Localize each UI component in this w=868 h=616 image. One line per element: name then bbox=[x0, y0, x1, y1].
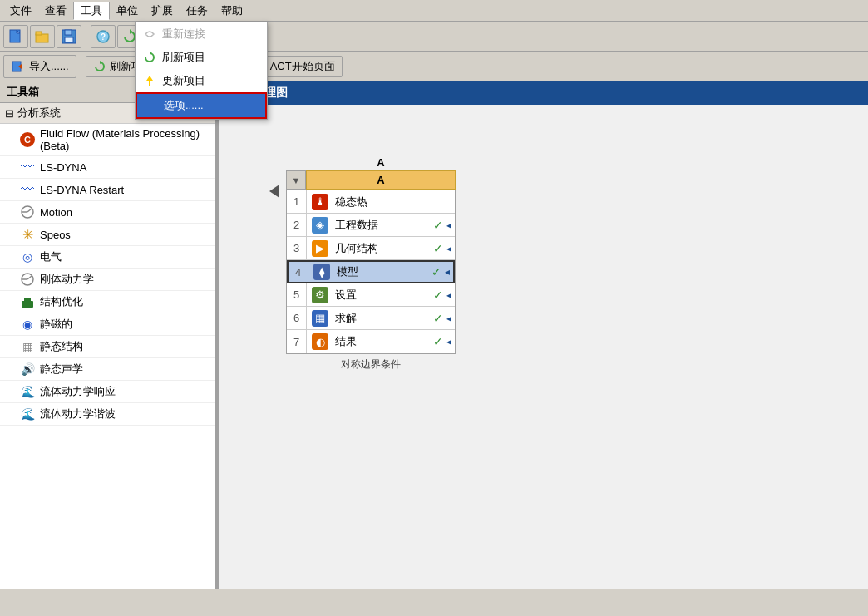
expand-icon: ⊟ bbox=[5, 107, 14, 120]
svg-marker-9 bbox=[130, 29, 132, 34]
dropdown-refresh[interactable]: 刷新项目 bbox=[136, 46, 267, 69]
toolbox-item-struct-opt[interactable]: 结构优化 bbox=[0, 291, 215, 313]
row-label-2: 工程数据 bbox=[333, 218, 433, 233]
row-arrow-6: ◂ bbox=[446, 313, 451, 324]
static-struct-icon: ▦ bbox=[20, 339, 35, 354]
block-caption: 对称边界条件 bbox=[286, 357, 456, 372]
row-check-2: ✓ bbox=[433, 219, 443, 232]
open-btn[interactable] bbox=[30, 25, 55, 48]
row-icon-1: 🌡 bbox=[310, 192, 330, 212]
row-arrow-7: ◂ bbox=[446, 336, 451, 347]
block-row-6[interactable]: 6 ▦ 求解 ✓ ◂ bbox=[287, 307, 455, 330]
static-struct-label: 静态结构 bbox=[40, 339, 83, 354]
sep1 bbox=[86, 27, 86, 47]
import-button[interactable]: 导入...... bbox=[3, 55, 76, 78]
row-label-4: 模型 bbox=[335, 264, 432, 279]
toolbox-item-ls-dyna-restart[interactable]: 〰 LS-DYNA Restart bbox=[0, 179, 215, 201]
block-row-3[interactable]: 3 ▶ 几何结构 ✓ ◂ bbox=[287, 237, 455, 260]
row-icon-7: ◐ bbox=[310, 332, 330, 352]
options-icon bbox=[144, 98, 159, 113]
block-row-7[interactable]: 7 ◐ 结果 ✓ ◂ bbox=[287, 330, 455, 353]
static-mag-icon: ◉ bbox=[20, 317, 35, 332]
row-check-3: ✓ bbox=[433, 242, 443, 255]
svg-rect-32 bbox=[24, 298, 31, 302]
project-title-bar: 项目原理图 bbox=[219, 81, 868, 105]
rigid-body-label: 刚体动力学 bbox=[40, 272, 94, 287]
toolbox-item-speos[interactable]: ✳ Speos bbox=[0, 224, 215, 246]
static-acoustics-icon: 🔊 bbox=[20, 362, 35, 377]
block-row-5[interactable]: 5 ⚙ 设置 ✓ ◂ bbox=[287, 283, 455, 307]
update-label: 更新项目 bbox=[162, 73, 205, 88]
row-num-5: 5 bbox=[287, 283, 307, 306]
dropdown-reconnect[interactable]: 重新连接 bbox=[136, 22, 267, 46]
project-canvas: A ▼ A 1 🌡 稳态热 bbox=[219, 105, 868, 589]
sep3 bbox=[81, 57, 81, 76]
row-label-3: 几何结构 bbox=[333, 241, 433, 256]
reconnect-label: 重新连接 bbox=[162, 27, 205, 42]
toolbox-item-static-mag[interactable]: ◉ 静磁的 bbox=[0, 313, 215, 336]
menu-help[interactable]: 帮助 bbox=[215, 2, 249, 20]
dropdown-options[interactable]: 选项...... bbox=[136, 92, 267, 119]
struct-opt-icon bbox=[20, 294, 35, 309]
toolbox-item-motion[interactable]: Motion bbox=[0, 201, 215, 224]
fluid-dynamic-icon: 🌊 bbox=[20, 384, 35, 399]
menu-view[interactable]: 查看 bbox=[38, 2, 73, 20]
menu-tasks[interactable]: 任务 bbox=[180, 2, 215, 20]
toolbar-row1: ? A bbox=[0, 22, 868, 52]
update-icon bbox=[142, 73, 157, 88]
block-row-2[interactable]: 2 ◈ 工程数据 ✓ ◂ bbox=[287, 214, 455, 237]
menu-units[interactable]: 单位 bbox=[110, 2, 145, 20]
save-btn[interactable] bbox=[57, 25, 81, 48]
ls-dyna-icon: 〰 bbox=[20, 160, 35, 175]
row-label-5: 设置 bbox=[333, 288, 433, 303]
row-label-6: 求解 bbox=[333, 311, 433, 326]
struct-opt-label: 结构优化 bbox=[40, 294, 83, 309]
toolbox-item-rigid-body[interactable]: 刚体动力学 bbox=[0, 269, 215, 291]
svg-rect-3 bbox=[36, 32, 42, 35]
static-mag-label: 静磁的 bbox=[40, 317, 72, 332]
refresh-label: 刷新项目 bbox=[162, 50, 205, 65]
menu-extensions[interactable]: 扩展 bbox=[145, 2, 180, 20]
rigid-body-icon bbox=[20, 272, 35, 287]
toolbox-item-ls-dyna[interactable]: 〰 LS-DYNA bbox=[0, 156, 215, 179]
row-icon-5: ⚙ bbox=[310, 285, 330, 305]
import-label: 导入...... bbox=[29, 59, 69, 74]
icon4-btn[interactable]: ? bbox=[91, 25, 116, 48]
toolbox-item-fluid-harmonic[interactable]: 🌊 流体动力学谐波 bbox=[0, 403, 215, 426]
electric-label: 电气 bbox=[40, 249, 62, 264]
row-num-3: 3 bbox=[287, 237, 307, 259]
toolbox-item-electric[interactable]: ◎ 电气 bbox=[0, 246, 215, 269]
block-header: A bbox=[306, 170, 456, 190]
row-arrow-2: ◂ bbox=[446, 219, 451, 231]
toolbox-item-static-acoustics[interactable]: 🔊 静态声学 bbox=[0, 358, 215, 381]
toolbox-content: ⊟ 分析系统 C Fluid Flow (Materials Processin… bbox=[0, 103, 215, 589]
col-label: A bbox=[306, 155, 456, 170]
row-check-5: ✓ bbox=[433, 288, 443, 302]
block-row-1[interactable]: 1 🌡 稳态热 bbox=[287, 190, 455, 214]
row-check-4: ✓ bbox=[432, 265, 441, 278]
toolbox-item-fluid-flow[interactable]: C Fluid Flow (Materials Processing) (Bet… bbox=[0, 124, 215, 156]
fluid-dynamic-label: 流体动力学响应 bbox=[40, 384, 116, 399]
speos-label: Speos bbox=[40, 229, 71, 241]
options-label: 选项...... bbox=[164, 98, 204, 113]
new-btn[interactable] bbox=[3, 25, 28, 48]
fluid-flow-icon: C bbox=[20, 132, 35, 147]
menu-tools[interactable]: 工具 bbox=[73, 2, 110, 20]
toolbar-row2: 导入...... 刷新项目 更新项目 ACT开始页面 bbox=[0, 52, 868, 81]
act-start-label: ACT开始页面 bbox=[270, 59, 335, 74]
fluid-harmonic-icon: 🌊 bbox=[20, 407, 35, 421]
menu-file[interactable]: 文件 bbox=[3, 2, 38, 20]
ls-dyna-restart-icon: 〰 bbox=[20, 182, 35, 197]
toolbox-item-static-struct[interactable]: ▦ 静态结构 bbox=[0, 336, 215, 358]
row-num-6: 6 bbox=[287, 307, 307, 329]
dropdown-update[interactable]: 更新项目 bbox=[136, 69, 267, 92]
row-num-4: 4 bbox=[289, 262, 308, 282]
block-row-4[interactable]: 4 ⧫ 模型 ✓ ◂ bbox=[287, 260, 455, 283]
analysis-block: A ▼ A 1 🌡 稳态热 bbox=[286, 155, 456, 372]
toolbox-item-fluid-dynamic[interactable]: 🌊 流体动力学响应 bbox=[0, 381, 215, 403]
ls-dyna-restart-label: LS-DYNA Restart bbox=[40, 184, 124, 196]
electric-icon: ◎ bbox=[20, 249, 35, 264]
svg-text:?: ? bbox=[101, 32, 106, 42]
toolbox-title: 工具箱 bbox=[7, 85, 39, 100]
svg-rect-5 bbox=[65, 30, 72, 35]
